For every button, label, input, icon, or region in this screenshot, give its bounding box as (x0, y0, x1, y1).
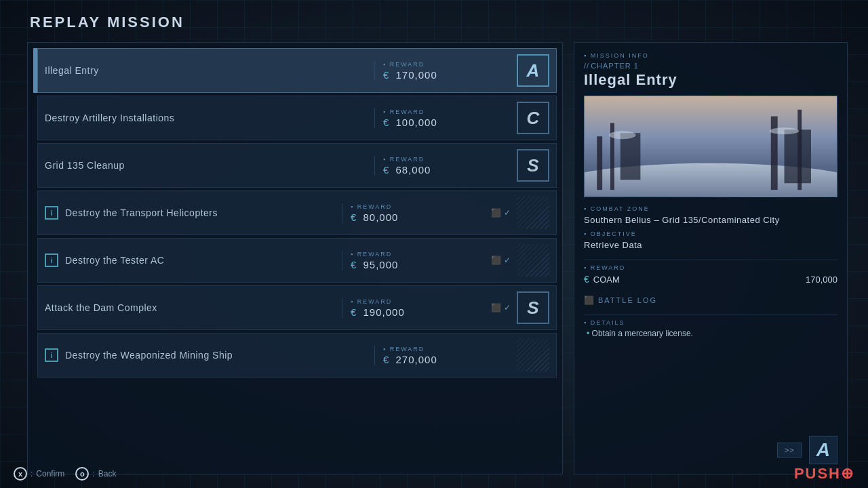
mission-reward-section: REWARD € 190,000 (342, 298, 477, 318)
mission-main-area: Attack the Dam Complex REWARD € 190,000 … (37, 285, 557, 330)
combat-zone-row: COMBAT ZONE Southern Belius – Grid 135/C… (584, 205, 837, 225)
reward-amount: € 170,000 (383, 69, 510, 81)
euro-symbol: € (351, 306, 357, 318)
details-section: DETAILS Obtain a mercenary license. (584, 319, 837, 430)
confirm-label-text: Confirm (36, 469, 64, 479)
reward-label: REWARD (351, 298, 477, 305)
mission-reward-section: REWARD € 270,000 (374, 346, 510, 365)
divider (584, 314, 837, 315)
objective-label: OBJECTIVE (584, 230, 837, 237)
combat-zone-label: COMBAT ZONE (584, 205, 837, 212)
euro-symbol: € (383, 117, 389, 128)
euro-icon: € (584, 274, 589, 285)
reward-amount: € 68,000 (383, 164, 510, 176)
reward-right-content: € COAM 170,000 (584, 274, 837, 285)
mission-icons-area: ⬛ ✓ (484, 303, 517, 312)
mission-row[interactable]: i Destroy the Tester AC REWARD € 95,000 … (33, 238, 557, 283)
reward-row: REWARD € COAM 170,000 (584, 264, 837, 290)
grade-confirm-box: A (809, 436, 837, 464)
mission-row[interactable]: i Destroy the Weaponized Mining Ship REW… (33, 333, 557, 378)
mission-main-area: i Destroy the Weaponized Mining Ship REW… (37, 333, 557, 378)
reward-label: REWARD (351, 203, 477, 210)
reward-label-right: REWARD (584, 264, 837, 271)
mission-name: Destroy the Transport Helicopters (65, 207, 342, 218)
reward-label: REWARD (383, 346, 510, 352)
mission-info-icon: i (45, 253, 58, 267)
reward-label: REWARD (383, 156, 510, 163)
chapter-label: CHAPTER 1 (584, 62, 837, 70)
back-control: o : Back (75, 467, 116, 481)
mission-name: Destroy the Weaponized Mining Ship (65, 350, 374, 361)
mission-info-icon: i (45, 206, 58, 220)
main-container: REPLAY MISSION Illegal Entry REWARD € 17… (27, 14, 848, 474)
mission-list-panel: Illegal Entry REWARD € 170,000 A Destroy… (27, 42, 563, 474)
mission-grade: A (517, 54, 549, 87)
check-icon: ✓ (504, 208, 511, 218)
battle-log-row: ⬛ BATTLE LOG (584, 296, 837, 305)
svg-rect-7 (797, 110, 802, 190)
mission-grade: S (517, 149, 549, 182)
mission-row[interactable]: Attack the Dam Complex REWARD € 190,000 … (33, 285, 557, 330)
mission-info-label: MISSION INFO (584, 52, 837, 59)
svg-point-9 (770, 127, 799, 134)
scene-svg (585, 96, 837, 197)
bottom-right: PUSH⊕ (794, 465, 854, 483)
confirm-grade-display: A (816, 439, 830, 461)
mission-row[interactable]: i Destroy the Transport Helicopters REWA… (33, 190, 557, 235)
back-label: : (92, 469, 94, 479)
confirm-box: >> (777, 443, 802, 458)
reward-label: REWARD (351, 251, 477, 258)
divider (584, 260, 837, 260)
svg-rect-4 (620, 133, 641, 180)
battle-log-small-icon: ⬛ (491, 303, 501, 312)
mission-main-area: Grid 135 Cleanup REWARD € 68,000 S (37, 143, 557, 188)
mission-row[interactable]: Destroy Artillery Installations REWARD €… (33, 96, 557, 140)
mission-icons-area: ⬛ ✓ (484, 208, 517, 218)
reward-amount: € 270,000 (383, 354, 510, 365)
reward-label: REWARD (383, 61, 510, 68)
battle-log-label: BATTLE LOG (598, 296, 657, 304)
mission-main-area: Destroy Artillery Installations REWARD €… (37, 96, 557, 140)
page-title: REPLAY MISSION (27, 14, 848, 31)
bottom-bar: x : Confirm o : Back PUSH⊕ (0, 465, 868, 483)
reward-amount: € 100,000 (383, 117, 510, 128)
mission-main-area: i Destroy the Transport Helicopters REWA… (37, 190, 557, 235)
mission-name: Destroy Artillery Installations (45, 113, 374, 123)
check-icon: ✓ (504, 303, 511, 312)
mission-reward-section: REWARD € 170,000 (374, 61, 510, 81)
no-grade-indicator (517, 197, 549, 229)
mission-info-icon: i (45, 348, 58, 362)
push-logo: PUSH⊕ (794, 465, 854, 483)
controls-left: x : Confirm o : Back (14, 467, 116, 481)
reward-label: REWARD (383, 108, 510, 115)
mission-reward-section: REWARD € 100,000 (374, 108, 510, 128)
battle-log-icon: ⬛ (584, 296, 594, 305)
mission-reward-section: REWARD € 80,000 (342, 203, 477, 223)
mission-name: Attack the Dam Complex (45, 302, 342, 313)
combat-zone-value: Southern Belius – Grid 135/Contaminated … (584, 215, 837, 225)
mission-main-area: i Destroy the Tester AC REWARD € 95,000 … (37, 238, 557, 283)
svg-rect-2 (597, 136, 602, 190)
details-label: DETAILS (584, 319, 837, 326)
battle-log-small-icon: ⬛ (491, 208, 501, 218)
confirm-label: : (31, 469, 33, 479)
reward-coam-label: COAM (593, 274, 620, 285)
mission-title: Illegal Entry (584, 71, 837, 89)
confirm-button[interactable]: x (14, 467, 27, 481)
mission-name: Illegal Entry (45, 65, 374, 76)
reward-number: 170,000 (806, 274, 837, 285)
back-label-text: Back (98, 469, 117, 479)
push-symbol: ⊕ (841, 465, 854, 482)
back-button[interactable]: o (75, 467, 89, 481)
mission-row[interactable]: Grid 135 Cleanup REWARD € 68,000 S (33, 143, 557, 188)
mission-grade: S (517, 291, 549, 324)
mission-reward-section: REWARD € 95,000 (342, 251, 477, 270)
mission-row[interactable]: Illegal Entry REWARD € 170,000 A (33, 48, 557, 93)
euro-symbol: € (383, 354, 389, 365)
euro-symbol: € (383, 164, 389, 176)
svg-point-8 (609, 131, 635, 139)
battle-log-small-icon: ⬛ (491, 256, 501, 265)
detail-item: Obtain a mercenary license. (584, 329, 837, 338)
objective-value: Retrieve Data (584, 240, 837, 250)
mission-name: Grid 135 Cleanup (45, 160, 374, 171)
